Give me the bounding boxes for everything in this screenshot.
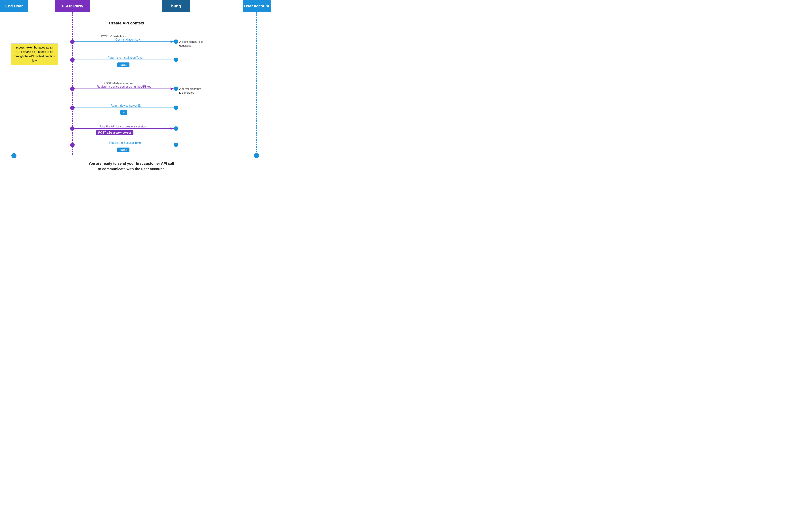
client-signature-note: A client signature isgenerated	[179, 40, 203, 48]
actor-user-account: User account	[242, 0, 271, 12]
svg-point-11	[70, 58, 75, 62]
bottom-text: You are ready to send your first custome…	[45, 161, 217, 172]
actor-end-user: End User	[0, 0, 28, 12]
post-device-server-label: POST v1/device-server	[78, 82, 159, 85]
post-installation-label: POST v1/installation	[78, 35, 150, 38]
actor-psd2-party: PSD2 Party	[55, 0, 90, 12]
svg-point-21	[174, 126, 178, 131]
token-badge-1: token	[117, 62, 129, 67]
svg-point-12	[174, 58, 178, 62]
svg-point-23	[70, 143, 75, 147]
note-box: access_token behaves as an API key and s…	[11, 43, 58, 65]
section-title: Create API context	[82, 21, 172, 25]
arrow-return-device-id-label: Return device server ID	[82, 104, 170, 107]
post-session-server-badge: POST v1/session-server	[96, 130, 133, 135]
arrow-register-device-label: Register a device server using the API k…	[72, 85, 176, 88]
server-signature-note: A server signatureis generated	[179, 87, 201, 94]
svg-point-17	[70, 106, 75, 110]
actor-bunq: bunq	[162, 0, 190, 12]
svg-point-8	[70, 39, 75, 44]
svg-point-24	[174, 143, 178, 147]
svg-point-9	[174, 39, 178, 44]
arrow-return-session-token-label: Return the Session Token	[82, 141, 170, 144]
arrow-get-installation-key-label: Get installation key	[87, 38, 168, 41]
arrow-return-installation-token-label: Return the Installation Token	[82, 56, 170, 59]
token-badge-2: token	[117, 147, 129, 152]
svg-point-20	[70, 126, 75, 131]
svg-point-26	[254, 153, 259, 158]
svg-point-18	[174, 106, 178, 110]
svg-point-25	[12, 153, 17, 158]
arrow-create-session-label: Use the API key to create a session	[76, 125, 170, 128]
id-badge: id	[121, 110, 127, 115]
